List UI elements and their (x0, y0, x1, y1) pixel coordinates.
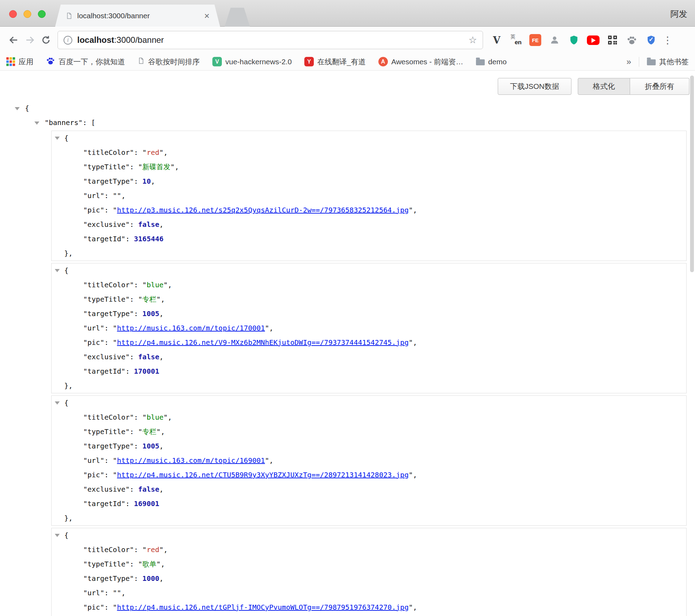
json-key: "pic" (83, 206, 104, 214)
reload-button[interactable] (38, 32, 54, 48)
folder-icon (647, 59, 656, 65)
translate-extension-icon[interactable]: 英 en (509, 33, 523, 47)
json-punctuation: : (104, 206, 113, 214)
paw-extension-icon[interactable] (625, 33, 638, 47)
json-string-value: blue (147, 281, 164, 289)
json-punctuation: { (64, 134, 68, 142)
json-punctuation: " (409, 603, 413, 611)
vertical-scrollbar[interactable] (690, 76, 694, 272)
json-punctuation: : (130, 295, 138, 303)
folder-icon (476, 59, 485, 65)
bookmark-google-sort[interactable]: 谷歌按时间排序 (138, 57, 200, 67)
json-property-row: "titleColor": "red", (52, 543, 686, 557)
bookmark-label: vue-hackernews-2.0 (225, 58, 292, 66)
json-url-link[interactable]: http://p4.music.126.net/V9-MXz6b2MNhEKju… (117, 338, 409, 347)
qrcode-extension-icon[interactable] (606, 33, 619, 47)
bookmark-label: demo (488, 58, 507, 66)
json-punctuation: " (113, 324, 117, 332)
collapse-caret-icon[interactable] (55, 534, 60, 537)
blue-shield-extension-icon[interactable]: ✓ (644, 33, 658, 47)
active-tab[interactable]: localhost:3000/banner × (55, 5, 220, 27)
json-punctuation: , (413, 603, 417, 611)
json-property-row: "typeTitle": "专栏", (52, 292, 686, 307)
bookmark-folder-demo[interactable]: demo (476, 58, 507, 66)
close-window-button[interactable] (9, 10, 17, 18)
json-punctuation: : (130, 163, 138, 171)
bookmark-other-bookmarks[interactable]: 其他书签 (647, 57, 689, 67)
json-key: "titleColor" (83, 545, 134, 554)
json-key: "targetType" (83, 177, 134, 185)
minimize-window-button[interactable] (24, 10, 31, 18)
avatar-extension-icon[interactable] (548, 33, 561, 47)
json-punctuation: " (171, 163, 175, 171)
apps-grid-icon (6, 57, 15, 66)
json-url-link[interactable]: http://p4.music.126.net/tGPljf-IMOCyPvum… (117, 603, 409, 611)
collapse-caret-icon[interactable] (15, 107, 20, 110)
json-object-box: {"titleColor": "red","typeTitle": "歌单","… (51, 528, 687, 616)
json-punctuation: , (269, 324, 273, 332)
profile-name[interactable]: 阿发 (670, 8, 687, 20)
json-key: "exclusive" (83, 485, 130, 493)
json-url-link[interactable]: http://p4.music.126.net/CTU5B9R9y3XyYBZX… (117, 471, 409, 479)
back-button[interactable] (6, 32, 22, 48)
json-string-value: red (147, 148, 159, 157)
bookmarks-bar: 应用 百度一下，你就知道 谷歌按时间排序 V vue-hackernews-2.… (0, 53, 695, 71)
json-punctuation: " (265, 456, 269, 465)
collapse-caret-icon[interactable] (34, 122, 39, 125)
json-punctuation: : (104, 603, 113, 611)
tab-close-icon[interactable]: × (204, 11, 210, 20)
vimium-extension-icon[interactable]: V (490, 33, 503, 47)
bookmark-apps[interactable]: 应用 (6, 57, 33, 67)
json-banners-key-row: "banners": [ (34, 116, 687, 130)
bookmark-vue-hackernews[interactable]: V vue-hackernews-2.0 (212, 57, 292, 66)
json-string-value: 歌单 (143, 560, 157, 568)
fullscreen-window-button[interactable] (38, 10, 46, 18)
address-bar[interactable]: i localhost:3000/banner ☆ (58, 31, 483, 49)
json-url-link[interactable]: http://music.163.com/m/topic/169001 (117, 456, 265, 465)
tab-title: localhost:3000/banner (77, 12, 200, 20)
url-host: localhost (77, 35, 114, 45)
json-string-value: 专栏 (143, 427, 157, 436)
collapse-caret-icon[interactable] (55, 401, 60, 405)
fehelper-extension-icon[interactable]: FE (529, 33, 542, 47)
collapse-caret-icon[interactable] (55, 137, 60, 140)
new-tab-button[interactable] (225, 8, 250, 27)
json-key: "targetType" (83, 309, 134, 318)
chrome-menu-icon[interactable]: ⋮ (663, 34, 673, 46)
json-property-row: "targetId": 170001 (52, 364, 686, 379)
json-property-row: "url": "http://music.163.com/m/topic/170… (52, 321, 686, 335)
json-object-open-row: { (52, 528, 686, 543)
collapse-caret-icon[interactable] (55, 269, 60, 272)
json-punctuation: "" (113, 589, 121, 597)
json-punctuation: , (175, 163, 179, 171)
json-key: "targetType" (83, 574, 134, 583)
bookmark-youdao-translate[interactable]: Y 在线翻译_有道 (304, 57, 366, 67)
page-info-icon[interactable]: i (64, 36, 72, 45)
json-property-row: "pic": "http://p4.music.126.net/tGPljf-I… (52, 600, 686, 615)
collapse-all-button[interactable]: 折叠所有 (630, 78, 689, 95)
json-punctuation: : (104, 191, 113, 200)
json-key: "typeTitle" (83, 295, 130, 303)
bookmark-star-icon[interactable]: ☆ (469, 34, 477, 46)
bookmarks-overflow-chevron-icon[interactable]: » (627, 57, 631, 67)
json-punctuation: : [ (82, 118, 95, 127)
youtube-extension-icon[interactable] (587, 33, 600, 47)
json-key: "targetId" (83, 367, 125, 375)
download-json-button[interactable]: 下载JSON数据 (498, 78, 571, 95)
json-property-row: "exclusive": false, (52, 350, 686, 364)
json-punctuation: : (104, 324, 113, 332)
json-punctuation: , (161, 295, 165, 303)
bookmark-baidu[interactable]: 百度一下，你就知道 (46, 56, 125, 67)
green-shield-extension-icon[interactable] (567, 33, 581, 47)
bookmark-awesomes[interactable]: A Awesomes - 前端资… (378, 57, 463, 67)
json-viewer-actions: 下载JSON数据 格式化 折叠所有 (498, 78, 689, 95)
json-key: "url" (83, 191, 104, 200)
json-boolean-value: false (138, 353, 159, 361)
json-url-link[interactable]: http://music.163.com/m/topic/170001 (117, 324, 265, 332)
json-punctuation: : (134, 574, 143, 583)
json-url-link[interactable]: http://p3.music.126.net/s25q2x5QyqsAzilC… (117, 206, 409, 214)
format-button[interactable]: 格式化 (578, 78, 630, 95)
json-key: "exclusive" (83, 220, 130, 229)
json-key: "pic" (83, 603, 104, 611)
json-key: "typeTitle" (83, 560, 130, 568)
